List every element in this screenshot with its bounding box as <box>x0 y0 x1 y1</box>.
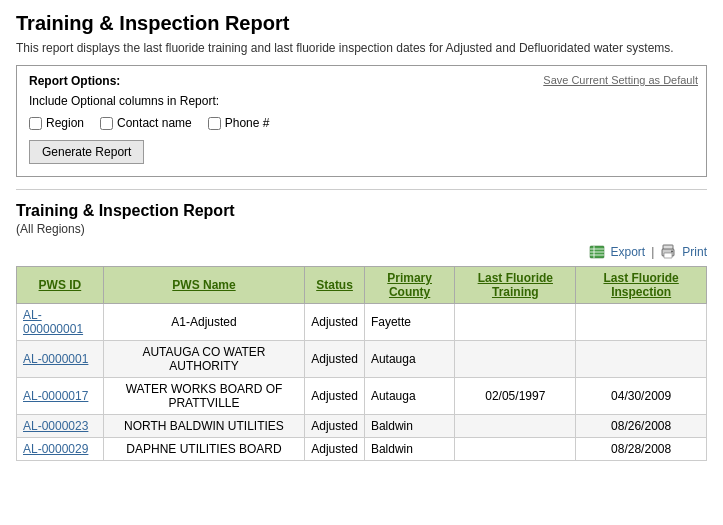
contact-name-checkbox-label[interactable]: Contact name <box>100 116 192 130</box>
cell-pws-id[interactable]: AL-0000017 <box>17 378 104 415</box>
cell-pws-id[interactable]: AL-0000029 <box>17 438 104 461</box>
pws-id-link[interactable]: AL-0000001 <box>23 352 88 366</box>
cell-last-training: 02/05/1997 <box>455 378 576 415</box>
table-header-row: PWS ID PWS Name Status Primary County La… <box>17 267 707 304</box>
region-checkbox-label[interactable]: Region <box>29 116 84 130</box>
pws-id-link[interactable]: AL-000000001 <box>23 308 83 336</box>
generate-report-button[interactable]: Generate Report <box>29 140 144 164</box>
cell-pws-name: A1-Adjusted <box>103 304 304 341</box>
table-row: AL-0000029DAPHNE UTILITIES BOARDAdjusted… <box>17 438 707 461</box>
toolbar-separator: | <box>651 245 654 259</box>
cell-primary-county: Fayette <box>364 304 454 341</box>
cell-status: Adjusted <box>305 438 365 461</box>
cell-status: Adjusted <box>305 378 365 415</box>
region-label: Region <box>46 116 84 130</box>
cell-last-inspection: 04/30/2009 <box>576 378 707 415</box>
pws-id-link[interactable]: AL-0000023 <box>23 419 88 433</box>
cell-primary-county: Autauga <box>364 341 454 378</box>
contact-name-label: Contact name <box>117 116 192 130</box>
svg-rect-7 <box>664 253 672 258</box>
cell-last-training <box>455 304 576 341</box>
cell-primary-county: Baldwin <box>364 415 454 438</box>
col-header-primary-county[interactable]: Primary County <box>364 267 454 304</box>
report-table: PWS ID PWS Name Status Primary County La… <box>16 266 707 461</box>
contact-name-checkbox[interactable] <box>100 117 113 130</box>
table-row: AL-0000001AUTAUGA CO WATER AUTHORITYAdju… <box>17 341 707 378</box>
cell-status: Adjusted <box>305 415 365 438</box>
table-row: AL-000000001A1-AdjustedAdjustedFayette <box>17 304 707 341</box>
cell-pws-name: AUTAUGA CO WATER AUTHORITY <box>103 341 304 378</box>
report-title: Training & Inspection Report <box>16 202 707 220</box>
cell-pws-id[interactable]: AL-0000001 <box>17 341 104 378</box>
cell-status: Adjusted <box>305 304 365 341</box>
section-divider <box>16 189 707 190</box>
report-subtitle: (All Regions) <box>16 222 707 236</box>
col-header-last-inspection[interactable]: Last Fluoride Inspection <box>576 267 707 304</box>
phone-checkbox[interactable] <box>208 117 221 130</box>
phone-checkbox-label[interactable]: Phone # <box>208 116 270 130</box>
col-header-last-training[interactable]: Last Fluoride Training <box>455 267 576 304</box>
include-optional-label: Include Optional columns in Report: <box>29 94 694 108</box>
cell-pws-id[interactable]: AL-0000023 <box>17 415 104 438</box>
region-checkbox[interactable] <box>29 117 42 130</box>
cell-primary-county: Autauga <box>364 378 454 415</box>
phone-label: Phone # <box>225 116 270 130</box>
cell-last-training <box>455 341 576 378</box>
col-header-status[interactable]: Status <box>305 267 365 304</box>
cell-primary-county: Baldwin <box>364 438 454 461</box>
cell-last-inspection: 08/28/2008 <box>576 438 707 461</box>
print-link[interactable]: Print <box>682 245 707 259</box>
cell-status: Adjusted <box>305 341 365 378</box>
checkboxes-row: Region Contact name Phone # <box>29 116 694 130</box>
export-link[interactable]: Export <box>611 245 646 259</box>
cell-pws-name: NORTH BALDWIN UTILITIES <box>103 415 304 438</box>
cell-last-inspection <box>576 304 707 341</box>
page-title: Training & Inspection Report <box>16 12 707 35</box>
table-row: AL-0000017WATER WORKS BOARD OF PRATTVILL… <box>17 378 707 415</box>
cell-pws-name: WATER WORKS BOARD OF PRATTVILLE <box>103 378 304 415</box>
print-icon <box>660 244 676 260</box>
cell-pws-name: DAPHNE UTILITIES BOARD <box>103 438 304 461</box>
cell-last-training <box>455 438 576 461</box>
col-header-pws-name[interactable]: PWS Name <box>103 267 304 304</box>
table-row: AL-0000023NORTH BALDWIN UTILITIESAdjuste… <box>17 415 707 438</box>
pws-id-link[interactable]: AL-0000029 <box>23 442 88 456</box>
save-default-link[interactable]: Save Current Setting as Default <box>543 74 698 86</box>
report-toolbar: Export | Print <box>16 244 707 260</box>
svg-point-8 <box>671 251 673 253</box>
col-header-pws-id[interactable]: PWS ID <box>17 267 104 304</box>
export-icon <box>589 244 605 260</box>
report-options-box: Report Options: Save Current Setting as … <box>16 65 707 177</box>
cell-last-inspection: 08/26/2008 <box>576 415 707 438</box>
cell-last-training <box>455 415 576 438</box>
cell-pws-id[interactable]: AL-000000001 <box>17 304 104 341</box>
pws-id-link[interactable]: AL-0000017 <box>23 389 88 403</box>
intro-text: This report displays the last fluoride t… <box>16 41 696 55</box>
cell-last-inspection <box>576 341 707 378</box>
